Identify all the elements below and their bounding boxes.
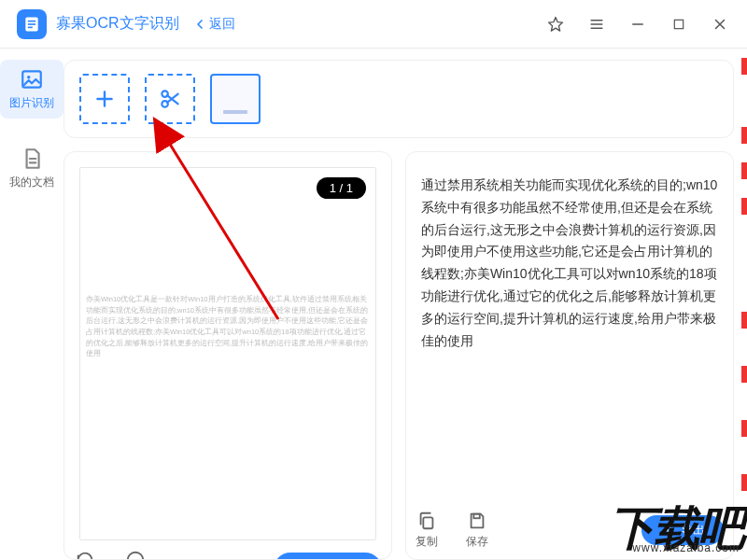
document-preview[interactable]: 1 / 1 亦美Win10优化工具是一款针对Win10用户打造的系统优化工具,软…	[79, 167, 376, 540]
save-button[interactable]: 保存	[466, 511, 488, 550]
svg-rect-10	[423, 517, 432, 528]
thumbnail-strip	[63, 60, 734, 138]
save-label: 保存	[466, 534, 488, 550]
svg-point-6	[27, 76, 30, 78]
right-action-bar: 复制 保存 导出	[406, 501, 733, 559]
back-label: 返回	[209, 16, 235, 33]
svg-point-9	[128, 553, 144, 560]
svg-rect-4	[674, 20, 683, 28]
export-button[interactable]: 导出	[641, 515, 724, 545]
screenshot-button[interactable]	[145, 74, 195, 124]
title-bar: 寡果OCR文字识别 返回	[0, 0, 747, 49]
decoration	[741, 312, 747, 329]
nav-image-ocr[interactable]: 图片识别	[0, 60, 63, 119]
svg-rect-2	[28, 23, 35, 25]
decoration	[741, 58, 747, 75]
copy-button[interactable]: 复制	[416, 511, 438, 550]
maximize-button[interactable]	[669, 14, 689, 35]
export-icon	[660, 523, 675, 538]
decoration	[741, 198, 747, 215]
scissors-icon	[158, 87, 182, 111]
decoration	[741, 366, 747, 383]
decoration	[741, 162, 747, 179]
delete-button[interactable]: 删除	[124, 550, 147, 560]
nav-docs-label: 我的文档	[9, 175, 54, 190]
page-indicator: 1 / 1	[317, 177, 366, 199]
nav-image-label: 图片识别	[9, 95, 54, 111]
add-image-button[interactable]	[79, 74, 130, 124]
panels: 1 / 1 亦美Win10优化工具是一款针对Win10用户打造的系统优化工具,软…	[63, 151, 734, 560]
minimize-button[interactable]	[627, 14, 648, 35]
thumbnail-1[interactable]	[210, 74, 261, 124]
rotate-button[interactable]: 旋转	[74, 550, 96, 560]
ocr-result-text[interactable]: 通过禁用系统相关功能而实现优化系统的目的;wn10系统中有很多功能虽然不经常使用…	[406, 152, 733, 365]
svg-rect-1	[28, 20, 35, 21]
start-ocr-button[interactable]: 开始识别	[274, 553, 382, 560]
app-logo	[17, 9, 47, 39]
app-name: 寡果OCR文字识别	[56, 14, 179, 34]
image-icon	[20, 67, 44, 91]
export-label: 导出	[681, 522, 705, 539]
close-button[interactable]	[710, 14, 730, 35]
plus-icon	[92, 87, 117, 111]
chevron-left-icon	[192, 17, 207, 32]
nav-my-docs[interactable]: 我的文档	[0, 139, 63, 198]
back-button[interactable]: 返回	[192, 16, 235, 33]
rotate-icon	[75, 550, 95, 560]
decoration	[741, 127, 747, 144]
text-panel: 通过禁用系统相关功能而实现优化系统的目的;wn10系统中有很多功能虽然不经常使用…	[405, 151, 734, 560]
svg-rect-11	[473, 514, 479, 519]
document-icon	[20, 147, 44, 171]
copy-label: 复制	[416, 534, 438, 550]
copy-icon	[416, 511, 437, 531]
favorite-button[interactable]	[545, 14, 566, 35]
preview-text: 亦美Win10优化工具是一款针对Win10用户打造的系统优化工具,软件通过禁用系…	[86, 294, 370, 359]
decoration	[741, 420, 747, 437]
content: 1 / 1 亦美Win10优化工具是一款针对Win10用户打造的系统优化工具,软…	[63, 49, 747, 560]
left-nav: 图片识别 我的文档	[0, 49, 63, 560]
left-action-bar: 旋转 删除 开始识别	[64, 540, 391, 560]
decoration	[741, 474, 747, 491]
main-area: 图片识别 我的文档 1 / 1	[0, 49, 747, 560]
image-panel: 1 / 1 亦美Win10优化工具是一款针对Win10用户打造的系统优化工具,软…	[63, 151, 392, 560]
menu-button[interactable]	[586, 14, 607, 35]
window-controls	[545, 14, 730, 35]
save-icon	[467, 511, 487, 531]
minus-circle-icon	[125, 550, 146, 560]
svg-rect-3	[28, 26, 33, 28]
